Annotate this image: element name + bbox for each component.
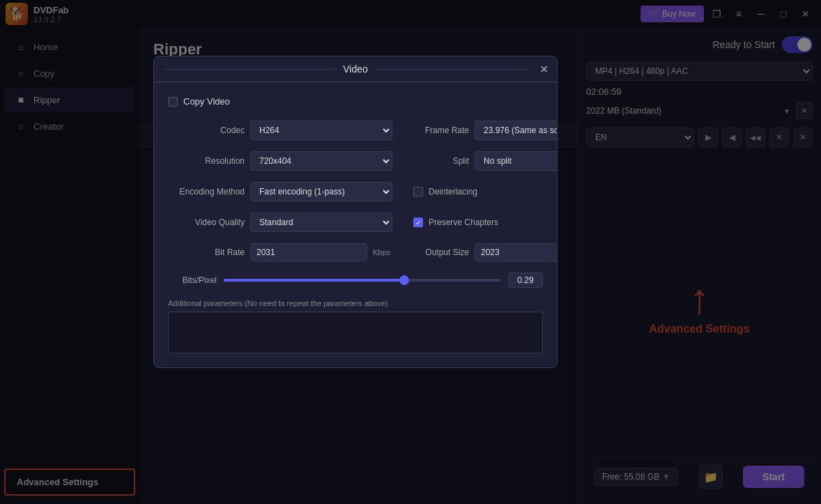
codec-row: Codec H264	[168, 121, 392, 140]
modal-overlay: Video ✕ Copy Video Codec H264	[0, 0, 821, 504]
codec-select[interactable]: H264	[250, 121, 392, 140]
modal-close-button[interactable]: ✕	[539, 63, 548, 76]
additional-params-section: Additional parameters (No need to repeat…	[168, 299, 543, 353]
copy-video-label: Copy Video	[183, 96, 230, 107]
modal-body: Copy Video Codec H264 Frame Rate 23.976 …	[154, 82, 557, 367]
modal-header: Video ✕	[154, 56, 557, 82]
preserve-chapters-checkbox[interactable]: ✓	[413, 217, 423, 227]
deinterlacing-label: Deinterlacing	[429, 187, 477, 197]
frame-rate-row: Frame Rate 23.976 (Same as source)	[413, 121, 558, 140]
video-quality-select[interactable]: Standard	[250, 213, 392, 232]
preserve-chapters-row: ✓ Preserve Chapters	[413, 213, 558, 232]
bit-rate-label: Bit Rate	[168, 247, 245, 257]
resolution-label: Resolution	[168, 156, 245, 166]
bits-pixel-slider-fill	[224, 279, 404, 282]
additional-params-label: Additional parameters (No need to repeat…	[168, 299, 543, 307]
split-label: Split	[413, 156, 469, 166]
encoding-method-select[interactable]: Fast encoding (1-pass)	[250, 182, 392, 201]
resolution-select[interactable]: 720x404	[250, 151, 392, 171]
bit-rate-row: Bit Rate Kbps	[168, 243, 392, 261]
frame-rate-label: Frame Rate	[413, 125, 469, 135]
encoding-method-row: Encoding Method Fast encoding (1-pass)	[168, 182, 392, 201]
copy-video-row: Copy Video	[168, 96, 543, 107]
split-row: Split No split	[413, 151, 558, 171]
bit-rate-input[interactable]	[250, 243, 367, 261]
bits-pixel-row: Bits/Pixel 0.29	[168, 273, 543, 288]
frame-rate-select[interactable]: 23.976 (Same as source)	[475, 121, 558, 140]
output-size-label: Output Size	[413, 247, 469, 257]
additional-params-input[interactable]	[168, 312, 543, 353]
bits-pixel-value: 0.29	[508, 273, 543, 288]
output-size-row: Output Size MB	[413, 243, 558, 261]
encoding-method-label: Encoding Method	[168, 187, 245, 197]
bits-pixel-slider-track[interactable]	[224, 279, 501, 282]
output-size-input[interactable]	[475, 243, 558, 261]
advanced-settings-modal: Video ✕ Copy Video Codec H264	[153, 56, 558, 368]
form-grid: Codec H264 Frame Rate 23.976 (Same as so…	[168, 121, 543, 261]
video-quality-label: Video Quality	[168, 217, 245, 227]
deinterlacing-checkbox[interactable]	[413, 187, 423, 197]
codec-label: Codec	[168, 125, 245, 135]
video-quality-row: Video Quality Standard	[168, 213, 392, 232]
deinterlacing-row: Deinterlacing	[413, 182, 558, 201]
bits-pixel-label: Bits/Pixel	[168, 275, 217, 285]
preserve-chapters-label: Preserve Chapters	[429, 217, 498, 227]
bits-pixel-slider-thumb	[399, 275, 409, 285]
copy-video-checkbox[interactable]	[168, 97, 178, 107]
resolution-row: Resolution 720x404	[168, 151, 392, 171]
modal-title: Video	[335, 63, 376, 75]
bit-rate-unit: Kbps	[373, 248, 392, 257]
split-select[interactable]: No split	[475, 151, 558, 171]
